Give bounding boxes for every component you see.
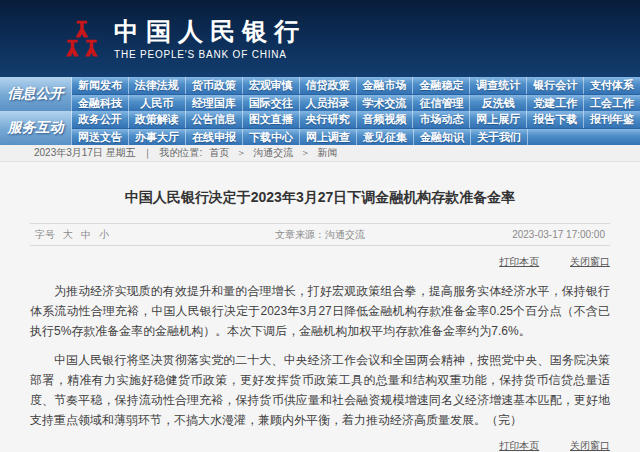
nav-item[interactable]: 金融知识 — [413, 129, 470, 145]
main-nav: 信息公开 新闻发布 法律法规 货币政策 宏观审慎 信贷政策 金融市场 金融稳定 … — [0, 77, 640, 145]
nav-item[interactable]: 政策解读 — [128, 111, 185, 128]
nav-item[interactable]: 法律法规 — [128, 77, 185, 94]
nav-item[interactable]: 学术交流 — [356, 95, 413, 111]
pbc-logo-icon[interactable] — [62, 15, 102, 63]
nav-item[interactable]: 信贷政策 — [299, 77, 356, 94]
nav-row-4: 网送文告 办事大厅 在线申报 下载中心 网上调查 意见征集 金融知识 关于我们 — [72, 128, 640, 145]
breadcrumb: 2023年3月17日 星期五 ｜ 我的位置: 首页 ＞ 沟通交流 ＞ 新闻 — [0, 145, 640, 162]
article-datetime: 2023-03-17 17:00:00 — [512, 229, 605, 240]
breadcrumb-separator: ＞ — [236, 146, 246, 160]
breadcrumb-link-news[interactable]: 新闻 — [317, 146, 337, 160]
article-content: 中国人民银行决定于2023年3月27日下调金融机构存款准备金率 字号 大 中 小… — [0, 162, 640, 452]
breadcrumb-separator: ＞ — [300, 146, 310, 160]
nav-item[interactable]: 支付体系 — [583, 77, 640, 94]
nav-row-3: 政务公开 政策解读 公告信息 图文直播 央行研究 音频视频 市场动态 网上展厅 … — [72, 111, 640, 128]
nav-item[interactable]: 金融市场 — [356, 77, 413, 94]
nav-item[interactable]: 调查统计 — [469, 77, 526, 94]
nav-item[interactable]: 报刊年鉴 — [583, 111, 640, 128]
nav-item[interactable]: 政务公开 — [72, 111, 128, 128]
nav-item[interactable]: 银行会计 — [526, 77, 583, 94]
nav-item[interactable]: 音频视频 — [356, 111, 413, 128]
nav-row-1: 新闻发布 法律法规 货币政策 宏观审慎 信贷政策 金融市场 金融稳定 调查统计 … — [72, 77, 640, 94]
breadcrumb-divider: ｜ — [143, 146, 153, 160]
nav-item[interactable]: 人员招录 — [299, 95, 356, 111]
font-size-small[interactable]: 小 — [99, 228, 109, 242]
font-size-medium[interactable]: 中 — [81, 228, 91, 242]
nav-item[interactable]: 经理国库 — [185, 95, 242, 111]
nav-item[interactable]: 公告信息 — [185, 111, 242, 128]
pbc-webpage: 中国人民银行 THE PEOPLE'S BANK OF CHINA 信息公开 新… — [0, 0, 640, 452]
site-title-cn: 中国人民银行 — [114, 18, 306, 46]
nav-label-services[interactable]: 服务互动 — [0, 111, 72, 145]
nav-item[interactable]: 网送文告 — [72, 129, 128, 145]
site-title-en: THE PEOPLE'S BANK OF CHINA — [114, 49, 306, 60]
article-meta-bar: 字号 大 中 小 文章来源：沟通交流 2023-03-17 17:00:00 — [30, 223, 610, 246]
close-window-link[interactable]: 关闭窗口 — [570, 256, 610, 267]
nav-item[interactable]: 党建工作 — [526, 95, 583, 111]
font-size-control: 字号 大 中 小 — [35, 228, 109, 242]
nav-item[interactable]: 市场动态 — [412, 111, 469, 128]
nav-item[interactable]: 在线申报 — [185, 129, 242, 145]
nav-item[interactable]: 报告下载 — [526, 111, 583, 128]
nav-item[interactable]: 网上展厅 — [469, 111, 526, 128]
nav-item[interactable]: 工会工作 — [583, 95, 640, 111]
nav-item[interactable]: 央行研究 — [299, 111, 356, 128]
nav-item[interactable]: 人民币 — [128, 95, 185, 111]
nav-item[interactable]: 意见征集 — [356, 129, 413, 145]
nav-item[interactable]: 货币政策 — [185, 77, 242, 94]
nav-row-2: 金融科技 人民币 经理国库 国际交往 人员招录 学术交流 征信管理 反洗钱 党建… — [72, 94, 640, 111]
nav-item[interactable]: 图文直播 — [242, 111, 299, 128]
nav-filler — [527, 129, 640, 145]
font-size-large[interactable]: 大 — [63, 228, 73, 242]
nav-item[interactable]: 金融稳定 — [412, 77, 469, 94]
print-page-link[interactable]: 打印本页 — [499, 440, 539, 451]
article-paragraph: 为推动经济实现质的有效提升和量的合理增长，打好宏观政策组合拳，提高服务实体经济水… — [30, 281, 610, 341]
breadcrumb-date: 2023年3月17日 星期五 — [34, 146, 136, 160]
article-body: 为推动经济实现质的有效提升和量的合理增长，打好宏观政策组合拳，提高服务实体经济水… — [30, 281, 610, 430]
brand-text: 中国人民银行 THE PEOPLE'S BANK OF CHINA — [114, 18, 306, 60]
breadcrumb-location-label: 我的位置: — [160, 146, 203, 160]
nav-item[interactable]: 下载中心 — [242, 129, 299, 145]
breadcrumb-link-communication[interactable]: 沟通交流 — [253, 146, 293, 160]
breadcrumb-link-home[interactable]: 首页 — [209, 146, 229, 160]
close-window-link[interactable]: 关闭窗口 — [570, 440, 610, 451]
nav-section-info-disclosure: 信息公开 新闻发布 法律法规 货币政策 宏观审慎 信贷政策 金融市场 金融稳定 … — [0, 77, 640, 111]
nav-item[interactable]: 关于我们 — [470, 129, 527, 145]
nav-item[interactable]: 反洗钱 — [469, 95, 526, 111]
source-label: 文章来源： — [275, 229, 325, 240]
font-size-label: 字号 — [35, 228, 55, 242]
article-actions-top: 打印本页 关闭窗口 — [30, 255, 610, 269]
site-header: 中国人民银行 THE PEOPLE'S BANK OF CHINA — [0, 0, 640, 77]
nav-section-services: 服务互动 政务公开 政策解读 公告信息 图文直播 央行研究 音频视频 市场动态 … — [0, 111, 640, 145]
print-page-link[interactable]: 打印本页 — [499, 256, 539, 267]
nav-item[interactable]: 国际交往 — [242, 95, 299, 111]
article-title: 中国人民银行决定于2023年3月27日下调金融机构存款准备金率 — [30, 162, 610, 206]
source-value: 沟通交流 — [325, 229, 365, 240]
nav-item[interactable]: 宏观审慎 — [242, 77, 299, 94]
nav-item[interactable]: 金融科技 — [72, 95, 128, 111]
article-paragraph: 中国人民银行将坚决贯彻落实党的二十大、中央经济工作会议和全国两会精神，按照党中央… — [30, 350, 610, 430]
article-actions-bottom: 打印本页 关闭窗口 — [30, 439, 610, 452]
nav-item[interactable]: 新闻发布 — [72, 77, 128, 94]
nav-item[interactable]: 征信管理 — [412, 95, 469, 111]
nav-label-info-disclosure[interactable]: 信息公开 — [0, 77, 72, 111]
nav-item[interactable]: 办事大厅 — [128, 129, 185, 145]
nav-item[interactable]: 网上调查 — [299, 129, 356, 145]
